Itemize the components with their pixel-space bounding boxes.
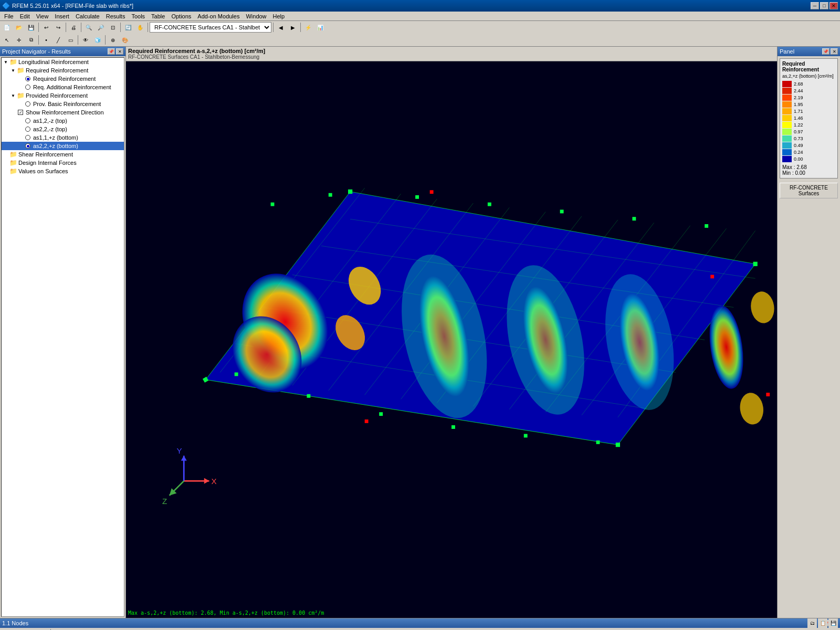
menu-item-file[interactable]: File [1,13,17,20]
node-tb-export[interactable]: 📤 [77,628,88,631]
print-button[interactable]: 🖨 [68,22,79,33]
viewport-canvas[interactable]: X Y Z Max a-s,2,+z (bottom): 2.68, Min a… [126,61,777,618]
tree-item-as1z-top[interactable]: as1,2,-z (top) [2,117,124,125]
menu-item-help[interactable]: Help [270,13,288,20]
nav-pin-button[interactable]: 📌 [108,48,115,55]
radio-selected-icon [25,143,30,149]
select-button[interactable]: ↖ [1,34,13,46]
menu-item-results[interactable]: Results [103,13,129,20]
legend-row: 1.71 [782,108,835,114]
node-button[interactable]: • [40,34,52,46]
tree-item-as2z-top[interactable]: as2,2,-z (top) [2,125,124,133]
rotate-button[interactable]: 🔄 [122,22,134,33]
nav-close-button[interactable]: ✕ [116,48,123,55]
viewport-title1: Required Reinforcement a-s,2,+z (bottom)… [128,48,775,54]
legend-value: 1.95 [794,102,803,107]
next-button[interactable]: ▶ [287,22,299,33]
svg-rect-49 [596,440,600,444]
legend-value: 0.73 [794,136,803,141]
move-button[interactable]: ✛ [13,34,25,46]
tree-item-as1z-bot[interactable]: as1,1,+z (bottom) [2,133,124,142]
legend-value: 1.22 [794,122,803,128]
menu-item-options[interactable]: Options [168,13,194,20]
copy-button[interactable]: ⧉ [25,34,37,46]
redo-button[interactable]: ↪ [52,22,64,33]
zoom-fit-button[interactable]: ⊡ [107,22,119,33]
node-tb-btn4[interactable]: ✏ [37,628,49,631]
right-panel-close[interactable]: ✕ [831,48,838,55]
node-tb-btn3[interactable]: ⊠ [25,628,37,631]
menu-item-insert[interactable]: Insert [51,13,72,20]
svg-rect-47 [452,425,455,429]
view3d-button[interactable]: 🧊 [92,34,103,46]
tree-label-prov-reinf: Provided Reinforcement [26,92,88,99]
tree-item-longitudinal[interactable]: ▼ 📁 Longitudinal Reinforcement [2,58,124,66]
pan-button[interactable]: ✋ [134,22,146,33]
render-button[interactable]: 🎨 [119,34,131,46]
menu-item-view[interactable]: View [33,13,52,20]
line-button[interactable]: ╱ [52,34,64,46]
tree-item-show-dir[interactable]: ✓ Show Reinforcement Direction [2,108,124,117]
svg-rect-34 [348,190,352,194]
sep10 [105,35,106,45]
tree-label-show-dir: Show Reinforcement Direction [26,109,104,116]
menu-item-window[interactable]: Window [243,13,269,20]
legend-row: 1.95 [782,101,835,108]
menu-item-edit[interactable]: Edit [17,13,33,20]
zoom-out-button[interactable]: 🔎 [95,22,107,33]
menu-item-table[interactable]: Table [148,13,168,20]
sep2 [66,23,66,32]
tree-item-req-reinf-item[interactable]: Required Reinforcement [2,75,124,83]
tree-item-req-add-reinf[interactable]: Req. Additional Reinforcement [2,83,124,91]
result-button[interactable]: 📊 [314,22,326,33]
expand-icon[interactable]: ▼ [10,68,16,73]
tree-label-prov-basic: Prov. Basic Reinforcement [33,101,101,107]
svg-rect-48 [524,434,528,438]
tree-item-req-reinf[interactable]: ▼ 📁 Required Reinforcement [2,66,124,75]
node-tb-btn2[interactable]: ⊟ [13,628,25,631]
prev-button[interactable]: ◀ [275,22,287,33]
tree-item-as2z-bot[interactable]: as2,2,+z (bottom) [2,142,124,150]
tree-item-prov-basic[interactable]: Prov. Basic Reinforcement [2,100,124,108]
node-tb-btn1[interactable]: ⊞ [1,628,13,631]
tree-item-design-forces[interactable]: 📁 Design Internal Forces [2,159,124,167]
tree-item-shear-reinf[interactable]: 📁 Shear Reinforcement [2,150,124,159]
open-button[interactable]: 📂 [13,22,25,33]
calc-button[interactable]: ⚡ [302,22,314,33]
tree-icon-folder: 📁 [16,67,25,74]
maximize-button[interactable]: □ [820,2,828,9]
right-panel-pin[interactable]: 📌 [822,48,830,55]
expand-icon[interactable]: ▼ [10,93,16,98]
legend-row: 2.44 [782,88,835,94]
app-icon: 🔷 [2,2,10,9]
undo-button[interactable]: ↩ [40,22,52,33]
module-dropdown[interactable]: RF-CONCRETE Surfaces CA1 - Stahlbet [150,22,271,33]
zoom-in-button[interactable]: 🔍 [83,22,94,33]
expand-icon[interactable]: ▼ [3,60,9,65]
tree-icon-radio [24,125,32,133]
svg-text:Y: Y [176,446,182,455]
menu-item-calculate[interactable]: Calculate [72,13,103,20]
node-tb-filter[interactable]: ⚗ [52,628,64,631]
legend-row: 0.00 [782,156,835,162]
svg-rect-36 [616,443,620,447]
bottom-area: 1.1 Nodes 📌 ✕ ⊞ ⊟ ⊠ ✏ ⚗ ↕ 📤 A B C [0,618,840,630]
tree-icon-folder: 📁 [16,92,25,99]
node-tb-sort[interactable]: ↕ [65,628,76,631]
menu-item-add-on modules[interactable]: Add-on Modules [194,13,243,20]
menu-item-tools[interactable]: Tools [128,13,148,20]
new-button[interactable]: 📄 [1,22,13,33]
svg-rect-39 [415,195,419,199]
xray-button[interactable]: ⊕ [107,34,119,46]
display-button[interactable]: 👁 [80,34,91,46]
rf-concrete-button[interactable]: RF-CONCRETE Surfaces [780,183,838,198]
svg-rect-37 [271,203,275,206]
tree-item-prov-reinf[interactable]: ▼ 📁 Provided Reinforcement [2,91,124,100]
save-button[interactable]: 💾 [25,22,37,33]
surface-button[interactable]: ▭ [65,34,76,46]
tree-item-values-surf[interactable]: 📁 Values on Surfaces [2,167,124,175]
close-button[interactable]: ✕ [830,2,838,9]
minimize-button[interactable]: ─ [811,2,819,9]
svg-rect-51 [710,275,714,278]
svg-rect-42 [632,217,636,220]
